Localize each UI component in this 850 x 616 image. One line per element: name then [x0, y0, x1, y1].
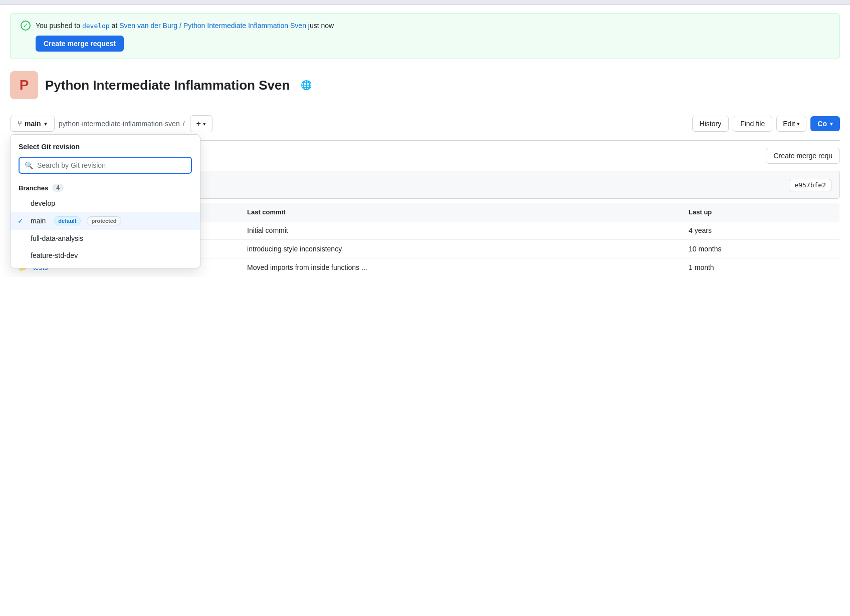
success-icon: ✓ [21, 21, 31, 31]
push-notification: ✓ You pushed to develop at Sven van der … [10, 13, 840, 59]
add-file-chevron-icon: ▾ [203, 121, 206, 127]
git-branch-icon: ⑂ [18, 120, 22, 128]
toolbar-row: ⑂ main ▾ python-intermediate-inflammatio… [10, 109, 840, 132]
dropdown-title: Select Git revision [11, 143, 200, 157]
check-mark-develop [18, 199, 27, 207]
create-merge-request-button[interactable]: Create merge request [36, 36, 124, 52]
check-mark-main: ✓ [18, 217, 27, 225]
commit-sha[interactable]: e957bfe2 [789, 179, 831, 191]
check-mark-full-data-analysis [18, 234, 27, 242]
clone-chevron-icon: ▾ [830, 121, 833, 127]
push-text: You pushed to develop at Sven van der Bu… [36, 22, 334, 30]
branch-item-main[interactable]: ✓ main default protected [11, 212, 200, 230]
clone-label: Co [817, 120, 827, 128]
globe-icon: 🌐 [301, 80, 312, 91]
branches-count: 4 [52, 184, 64, 192]
create-merge-request-small-button[interactable]: Create merge requ [766, 148, 840, 164]
check-mark-feature-std-dev [18, 251, 27, 259]
repo-title: Python Intermediate Inflammation Sven [45, 78, 290, 93]
commit-tests: Moved imports from inside functions ... [239, 258, 681, 277]
branches-header: Branches 4 [11, 180, 200, 195]
time-data: 4 years [681, 221, 839, 240]
time-inflammation: 10 months [681, 240, 839, 258]
col-last-commit: Last commit [239, 203, 681, 221]
edit-button[interactable]: Edit ▾ [776, 116, 806, 132]
branch-name-full-data-analysis: full-data-analysis [31, 234, 83, 242]
badge-protected: protected [87, 216, 121, 225]
commit-data: Initial commit [239, 221, 681, 240]
branch-dropdown-panel: Select Git revision 🔍 Branches 4 develop… [10, 134, 200, 268]
branch-name-develop: develop [31, 199, 55, 207]
clone-button[interactable]: Co ▾ [810, 116, 840, 131]
branch-name: main [25, 120, 41, 128]
repo-header: P Python Intermediate Inflammation Sven … [10, 59, 840, 109]
search-icon: 🔍 [25, 161, 33, 169]
push-branch: develop [82, 22, 110, 30]
add-file-button[interactable]: + ▾ [190, 115, 212, 132]
path-display: python-intermediate-inflammation-sven / [59, 120, 186, 128]
chevron-down-icon: ▾ [44, 121, 47, 127]
time-tests: 1 month [681, 258, 839, 277]
repo-path: python-intermediate-inflammation-sven [59, 120, 180, 128]
path-separator: / [183, 120, 185, 128]
plus-icon: + [196, 119, 201, 128]
branches-label: Branches [19, 184, 48, 192]
push-repo-link[interactable]: Sven van der Burg / Python Intermediate … [119, 22, 306, 30]
col-last-update: Last up [681, 203, 839, 221]
edit-chevron-icon: ▾ [797, 121, 800, 127]
branch-item-feature-std-dev[interactable]: feature-std-dev [11, 247, 200, 264]
search-input[interactable] [37, 161, 186, 169]
edit-label: Edit [783, 120, 795, 128]
find-file-button[interactable]: Find file [733, 116, 772, 132]
branch-selector-button[interactable]: ⑂ main ▾ [10, 116, 55, 132]
repo-avatar: P [10, 71, 38, 99]
history-button[interactable]: History [692, 116, 729, 132]
branch-name-feature-std-dev: feature-std-dev [31, 251, 78, 259]
branch-item-full-data-analysis[interactable]: full-data-analysis [11, 230, 200, 247]
search-box[interactable]: 🔍 [19, 157, 192, 174]
badge-default: default [54, 216, 81, 225]
branch-name-main: main [31, 217, 46, 225]
branch-item-develop[interactable]: develop [11, 195, 200, 212]
commit-inflammation: introducing style inconsistency [239, 240, 681, 258]
